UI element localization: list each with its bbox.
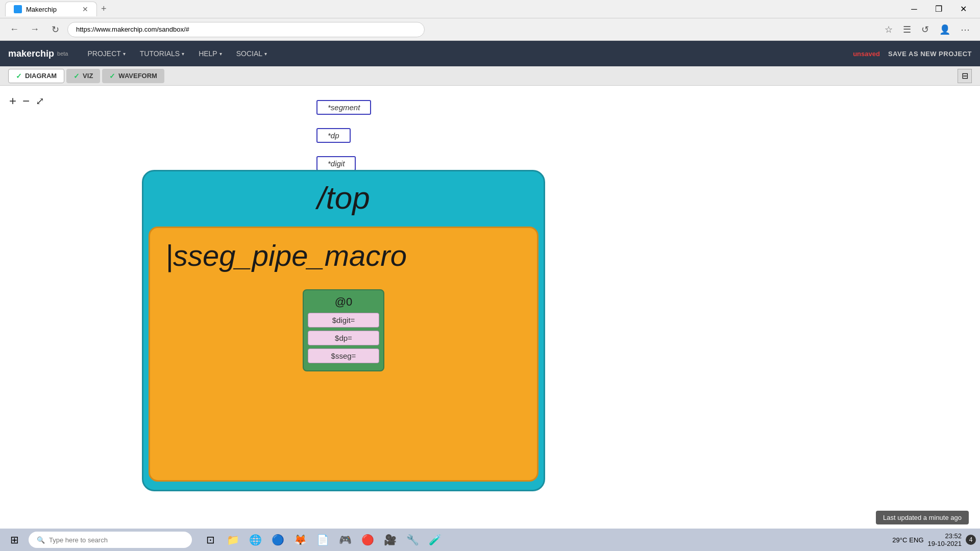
new-tab-button[interactable]: + <box>97 2 111 16</box>
app-navbar: makerchip beta PROJECT ▾ TUTORIALS ▾ HEL… <box>0 41 980 66</box>
tab-viz[interactable]: ✓ VIZ <box>66 69 100 83</box>
back-button[interactable]: ← <box>6 21 22 38</box>
collections-button[interactable]: ☰ <box>899 22 915 37</box>
word-button[interactable]: 📄 <box>312 530 333 550</box>
nav-tutorials[interactable]: TUTORIALS ▾ <box>133 41 191 66</box>
system-tray: 29°C ENG <box>892 536 923 544</box>
nav-tutorials-arrow: ▾ <box>182 51 184 57</box>
zoom-controls: + − ⤢ <box>9 95 44 107</box>
start-button[interactable]: ⊞ <box>4 530 24 550</box>
signal-dp: *dp <box>316 128 351 143</box>
port-digit: $digit= <box>308 313 379 328</box>
waveform-check-icon: ✓ <box>109 72 115 80</box>
brand-name: makerchip <box>8 48 54 59</box>
browser-titlebar: Makerchip ✕ + ─ ❐ ✕ <box>0 0 980 18</box>
signal-segment: *segment <box>316 100 371 115</box>
window-controls: ─ ❐ ✕ <box>902 2 975 17</box>
close-button[interactable]: ✕ <box>951 2 975 17</box>
taskbar-search[interactable]: 🔍 <box>29 532 192 548</box>
nav-project[interactable]: PROJECT ▾ <box>80 41 132 66</box>
sidebar-toggle-button[interactable]: ⊟ <box>958 69 972 83</box>
zoom-button[interactable]: 🎥 <box>380 530 400 550</box>
chrome-button[interactable]: 🔵 <box>267 530 288 550</box>
taskbar: ⊞ 🔍 ⊡ 📁 🌐 🔵 🦊 📄 🎮 🔴 🎥 🔧 🧪 29°C ENG 23:52… <box>0 529 980 551</box>
tab-waveform[interactable]: ✓ WAVEFORM <box>102 69 164 83</box>
tabs-bar: ✓ DIAGRAM ✓ VIZ ✓ WAVEFORM ⊟ <box>0 66 980 86</box>
app11-button[interactable]: 🧪 <box>425 530 445 550</box>
port-dp: $dp= <box>308 331 379 345</box>
port-sseg: $sseg= <box>308 348 379 363</box>
unsaved-label: unsaved <box>853 50 880 58</box>
diagram-check-icon: ✓ <box>16 72 22 80</box>
nav-social-label: SOCIAL <box>236 49 262 58</box>
nav-tutorials-label: TUTORIALS <box>140 49 180 58</box>
minimize-button[interactable]: ─ <box>902 2 926 17</box>
top-module-container: /top |sseg_pipe_macro @0 $digit= $dp= $s… <box>142 170 545 491</box>
at0-label: @0 <box>308 295 379 309</box>
nav-right: unsaved SAVE AS NEW PROJECT <box>853 50 972 58</box>
signal-digit: *digit <box>316 156 356 171</box>
sseg-module-container: |sseg_pipe_macro @0 $digit= $dp= $sseg= <box>149 227 538 482</box>
toolbar-icons: ☆ ☰ ↺ 👤 ⋯ <box>880 22 974 37</box>
nav-help-label: HELP <box>199 49 217 58</box>
nav-project-arrow: ▾ <box>123 51 126 57</box>
forward-button[interactable]: → <box>27 21 43 38</box>
edge-button[interactable]: 🌐 <box>245 530 265 550</box>
nav-social[interactable]: SOCIAL ▾ <box>229 41 274 66</box>
clock-time: 23:52 <box>928 532 962 540</box>
top-module-label: /top <box>143 171 544 216</box>
tab-viz-label: VIZ <box>83 72 93 80</box>
profile-button[interactable]: 👤 <box>935 22 954 37</box>
task-view-button[interactable]: ⊡ <box>200 530 220 550</box>
tab-title: Makerchip <box>26 6 57 13</box>
favorites-button[interactable]: ☆ <box>880 22 897 37</box>
app8-button[interactable]: 🔴 <box>357 530 378 550</box>
at0-container: @0 $digit= $dp= $sseg= <box>303 289 384 371</box>
nav-project-label: PROJECT <box>87 49 120 58</box>
nav-help-arrow: ▾ <box>219 51 222 57</box>
address-input[interactable] <box>67 22 425 37</box>
taskbar-apps: ⊡ 📁 🌐 🔵 🦊 📄 🎮 🔴 🎥 🔧 🧪 <box>200 530 445 550</box>
taskbar-search-input[interactable] <box>49 536 184 544</box>
file-explorer-button[interactable]: 📁 <box>223 530 243 550</box>
expand-button[interactable]: ⤢ <box>36 95 44 107</box>
tab-close-button[interactable]: ✕ <box>82 5 88 13</box>
diagram-area: + − ⤢ *segment *dp *digit /top |sseg_pip… <box>0 86 980 531</box>
lang-display: ENG <box>909 536 923 544</box>
viz-check-icon: ✓ <box>74 72 80 80</box>
refresh-button[interactable]: ↻ <box>47 21 63 38</box>
brand-beta: beta <box>57 51 68 57</box>
maximize-button[interactable]: ❐ <box>927 2 950 17</box>
search-icon: 🔍 <box>37 536 45 544</box>
last-updated-tooltip: Last updated a minute ago <box>876 511 969 524</box>
history-button[interactable]: ↺ <box>917 22 933 37</box>
more-button[interactable]: ⋯ <box>957 22 974 37</box>
nav-help[interactable]: HELP ▾ <box>191 41 229 66</box>
taskbar-right: 29°C ENG 23:52 19-10-2021 4 <box>892 532 976 547</box>
sseg-module-label: |sseg_pipe_macro <box>150 228 537 272</box>
tab-diagram-label: DIAGRAM <box>25 72 57 80</box>
tab-diagram[interactable]: ✓ DIAGRAM <box>8 69 64 83</box>
unity-button[interactable]: 🎮 <box>335 530 355 550</box>
firefox-button[interactable]: 🦊 <box>290 530 310 550</box>
taskbar-clock: 23:52 19-10-2021 <box>928 532 962 547</box>
temp-display: 29°C <box>892 536 907 544</box>
app10-button[interactable]: 🔧 <box>402 530 423 550</box>
nav-social-arrow: ▾ <box>264 51 267 57</box>
zoom-out-button[interactable]: − <box>22 95 30 107</box>
browser-tab[interactable]: Makerchip ✕ <box>5 2 97 16</box>
browser-addressbar: ← → ↻ ☆ ☰ ↺ 👤 ⋯ <box>0 18 980 41</box>
tab-waveform-label: WAVEFORM <box>118 72 157 80</box>
save-as-new-project-button[interactable]: SAVE AS NEW PROJECT <box>888 50 972 58</box>
tab-favicon <box>14 5 22 13</box>
notification-badge: 4 <box>966 535 976 545</box>
clock-date: 19-10-2021 <box>928 540 962 547</box>
zoom-in-button[interactable]: + <box>9 95 16 107</box>
brand-logo: makerchip beta <box>8 48 68 59</box>
